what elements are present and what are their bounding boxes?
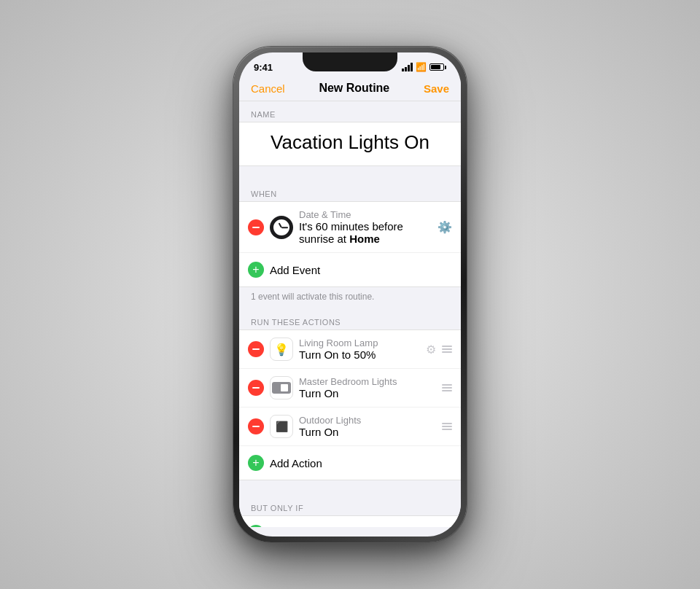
action-lamp-subtitle: Turn On to 50%: [299, 348, 426, 361]
when-section: Date & Time It's 60 minutes before sunri…: [239, 201, 461, 287]
nav-title: New Routine: [319, 82, 389, 95]
wifi-icon: 📶: [416, 62, 427, 72]
signal-icon: [402, 63, 413, 71]
clock-icon: [270, 216, 293, 239]
add-action-label: Add Action: [270, 457, 322, 469]
save-button[interactable]: Save: [424, 82, 449, 95]
actions-section: 💡 Living Room Lamp Turn On to 50% ⚙: [239, 329, 461, 480]
event-info-text: 1 event will activate this routine.: [239, 287, 461, 309]
remove-bedroom-button[interactable]: [248, 380, 264, 396]
condition-label: BUT ONLY IF: [239, 495, 461, 515]
event-datetime-actions: ⚙️: [438, 220, 452, 234]
action-row-bedroom[interactable]: Master Bedroom Lights Turn On: [239, 369, 461, 407]
add-event-button[interactable]: [248, 262, 264, 278]
action-lamp-title: Living Room Lamp: [299, 338, 426, 348]
actions-label: RUN THESE ACTIONS: [239, 309, 461, 329]
phone-frame: 9:41 📶 Cancel New Routi: [233, 47, 467, 542]
add-action-button[interactable]: [248, 455, 264, 471]
action-outdoor-text: Outdoor Lights Turn On: [299, 415, 442, 438]
phone-screen: 9:41 📶 Cancel New Routi: [239, 52, 461, 537]
add-condition-button[interactable]: [248, 525, 264, 527]
nav-bar: Cancel New Routine Save: [239, 79, 461, 101]
action-outdoor-title: Outdoor Lights: [299, 415, 442, 426]
bedroom-reorder-icon[interactable]: [442, 384, 452, 391]
notch: [303, 52, 397, 71]
event-row-datetime[interactable]: Date & Time It's 60 minutes before sunri…: [239, 202, 461, 253]
action-row-outdoor[interactable]: ⬛ Outdoor Lights Turn On: [239, 407, 461, 446]
cancel-button[interactable]: Cancel: [251, 82, 285, 95]
action-bedroom-subtitle: Turn On: [299, 387, 442, 399]
add-event-row[interactable]: Add Event: [239, 253, 461, 286]
event-datetime-text: Date & Time It's 60 minutes before sunri…: [299, 209, 438, 245]
status-time: 9:41: [254, 62, 273, 73]
scroll-content: NAME Vacation Lights On WHEN: [239, 101, 461, 527]
event-datetime-subtitle: It's 60 minutes before sunrise at Home: [299, 220, 438, 245]
switch-icon: [270, 376, 293, 399]
action-bedroom-text: Master Bedroom Lights Turn On: [299, 376, 442, 399]
remove-outdoor-button[interactable]: [248, 418, 264, 434]
battery-icon: [429, 63, 446, 71]
lamp-reorder-icon[interactable]: [442, 346, 452, 353]
add-event-label: Add Event: [270, 264, 320, 276]
routine-name[interactable]: Vacation Lights On: [251, 128, 449, 157]
action-outdoor-subtitle: Turn On: [299, 426, 442, 438]
condition-section: Add Condition: [239, 515, 461, 527]
action-outdoor-actions: [442, 423, 452, 430]
action-lamp-text: Living Room Lamp Turn On to 50%: [299, 338, 426, 361]
action-row-lamp[interactable]: 💡 Living Room Lamp Turn On to 50% ⚙: [239, 330, 461, 369]
outdoor-icon: ⬛: [270, 415, 293, 438]
name-section: Vacation Lights On: [239, 122, 461, 166]
add-condition-row[interactable]: Add Condition: [239, 516, 461, 527]
action-bedroom-title: Master Bedroom Lights: [299, 376, 442, 387]
outdoor-reorder-icon[interactable]: [442, 423, 452, 430]
remove-lamp-button[interactable]: [248, 341, 264, 357]
lamp-gear-icon[interactable]: ⚙: [426, 343, 436, 356]
gear-icon[interactable]: ⚙️: [438, 220, 452, 234]
add-condition-label: Add Condition: [270, 527, 338, 528]
action-lamp-actions: ⚙: [426, 343, 452, 356]
bulb-icon: 💡: [270, 338, 293, 361]
remove-datetime-button[interactable]: [248, 219, 264, 235]
when-label: WHEN: [239, 181, 461, 201]
action-bedroom-actions: [442, 384, 452, 391]
status-icons: 📶: [402, 62, 446, 72]
add-action-row[interactable]: Add Action: [239, 446, 461, 480]
event-datetime-title: Date & Time: [299, 209, 438, 220]
name-label: NAME: [239, 101, 461, 122]
